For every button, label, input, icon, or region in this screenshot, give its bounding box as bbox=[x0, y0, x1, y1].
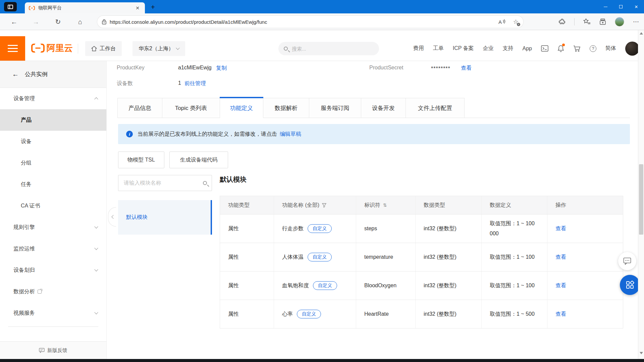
view-link[interactable]: 查看 bbox=[555, 311, 566, 318]
sidebar-item-group[interactable]: 分组 bbox=[0, 152, 106, 174]
aliyun-brand[interactable]: 阿里云 bbox=[31, 42, 73, 54]
view-link[interactable]: 查看 bbox=[555, 225, 566, 232]
external-link-icon bbox=[38, 290, 42, 294]
support-chat-button[interactable] bbox=[618, 252, 636, 270]
back-button[interactable]: ← bbox=[7, 17, 21, 27]
search-icon bbox=[203, 181, 207, 185]
region-selector[interactable]: 华东2（上海） bbox=[132, 41, 185, 56]
nav-tickets[interactable]: 工单 bbox=[433, 45, 444, 52]
module-search-input[interactable] bbox=[123, 180, 203, 186]
tab-data-parsing[interactable]: 数据解析 bbox=[263, 98, 309, 118]
tab-switcher-button[interactable] bbox=[4, 2, 17, 11]
module-item-default[interactable]: 默认模块 bbox=[118, 200, 212, 235]
console-search-input[interactable] bbox=[291, 46, 374, 52]
tab-product-info[interactable]: 产品信息 bbox=[117, 98, 162, 118]
console-header: 阿里云 工作台 华东2（上海） 费用 工单 ICP 备案 企业 支持 App bbox=[0, 36, 644, 61]
maximize-button[interactable] bbox=[613, 0, 629, 13]
nav-billing[interactable]: 费用 bbox=[413, 45, 424, 52]
account-avatar[interactable] bbox=[625, 42, 639, 56]
device-count-label: 设备数 bbox=[117, 80, 133, 87]
main-content: ProductKey a1cMlEwEwjg 复制 ProductSecret … bbox=[107, 61, 638, 359]
sidebar-item-device-management[interactable]: 设备管理 bbox=[0, 88, 106, 109]
scrollbar-thumb[interactable] bbox=[639, 164, 643, 235]
manage-devices-link[interactable]: 前往管理 bbox=[184, 80, 206, 87]
extensions-icon[interactable] bbox=[559, 18, 566, 25]
browser-titlebar: 物联网平台 ✕ + ✕ bbox=[0, 0, 644, 13]
generate-device-code-button[interactable]: 生成设备端代码 bbox=[169, 152, 228, 168]
read-aloud-icon[interactable]: A bbox=[498, 19, 506, 25]
quick-apps-button[interactable] bbox=[620, 275, 640, 295]
cell-data-definition: 取值范围：1 ~ 500 bbox=[482, 300, 547, 328]
feedback-button[interactable]: 新版反馈 bbox=[0, 341, 106, 359]
tab-function-definition[interactable]: 功能定义 bbox=[220, 98, 263, 118]
module-search[interactable] bbox=[118, 175, 212, 191]
detail-tabs: 产品信息 Topic 类列表 功能定义 数据解析 服务端订阅 设备开发 文件上传… bbox=[117, 98, 630, 118]
browser-menu-icon[interactable]: ⋯ bbox=[633, 18, 639, 25]
table-body: 属性 行走步数 自定义 steps int32 (整数型) 取值范围：1 ~ 1… bbox=[220, 215, 623, 328]
tab-topic-list[interactable]: Topic 类列表 bbox=[162, 98, 220, 118]
tab-device-development[interactable]: 设备开发 bbox=[361, 98, 406, 118]
help-icon[interactable]: ? bbox=[590, 45, 596, 52]
sidebar-item-device-assignment[interactable]: 设备划归 bbox=[0, 259, 106, 281]
cloudshell-icon[interactable] bbox=[541, 45, 548, 52]
collapse-panel-handle[interactable] bbox=[108, 207, 116, 227]
home-button[interactable]: ⌂ bbox=[73, 17, 87, 27]
cell-function-name: 心率 自定义 bbox=[274, 300, 356, 328]
cell-function-type: 属性 bbox=[220, 272, 274, 300]
sidebar-item-video-service[interactable]: 视频服务 bbox=[0, 302, 106, 324]
refresh-button[interactable]: ↻ bbox=[51, 17, 65, 27]
address-bar[interactable]: https://iot.console.aliyun.com/product/p… bbox=[97, 16, 523, 28]
table-row: 属性 行走步数 自定义 steps int32 (整数型) 取值范围：1 ~ 1… bbox=[220, 215, 623, 243]
collections-icon[interactable] bbox=[599, 18, 606, 25]
close-button[interactable]: ✕ bbox=[629, 0, 644, 13]
favorites-bar-icon[interactable] bbox=[583, 18, 591, 25]
nav-icp[interactable]: ICP 备案 bbox=[453, 45, 474, 52]
view-link[interactable]: 查看 bbox=[555, 282, 566, 289]
sidebar-item-rules-engine[interactable]: 规则引擎 bbox=[0, 217, 106, 238]
minimize-button[interactable] bbox=[598, 0, 613, 13]
view-link[interactable]: 查看 bbox=[555, 254, 566, 261]
forward-button[interactable]: → bbox=[29, 17, 43, 27]
copy-productkey-link[interactable]: 复制 bbox=[216, 65, 227, 72]
tab-file-upload-config[interactable]: 文件上传配置 bbox=[406, 98, 465, 118]
tab-server-subscription[interactable]: 服务端订阅 bbox=[309, 98, 361, 118]
tsl-model-button[interactable]: 物模型 TSL bbox=[118, 152, 164, 168]
nav-app[interactable]: App bbox=[523, 46, 532, 52]
browser-tab[interactable]: 物联网平台 ✕ bbox=[25, 2, 145, 13]
console-search[interactable] bbox=[278, 42, 379, 55]
cell-function-name: 血氧饱和度 自定义 bbox=[274, 272, 356, 300]
minimize-icon bbox=[604, 7, 607, 7]
url-text[interactable]: https://iot.console.aliyun.com/product/p… bbox=[110, 19, 491, 25]
nav-enterprise[interactable]: 企业 bbox=[483, 45, 494, 52]
hamburger-menu-button[interactable] bbox=[0, 36, 25, 61]
info-icon: i bbox=[126, 131, 133, 137]
workbench-button[interactable]: 工作台 bbox=[85, 41, 122, 56]
tab-close-icon[interactable]: ✕ bbox=[134, 5, 141, 11]
cell-data-type: int32 (整数型) bbox=[416, 272, 482, 300]
sidebar-item-monitoring[interactable]: 监控运维 bbox=[0, 238, 106, 259]
view-secret-link[interactable]: 查看 bbox=[461, 65, 472, 72]
filter-funnel-icon[interactable] bbox=[322, 203, 326, 207]
favorite-star-icon[interactable]: ☆+ bbox=[513, 18, 519, 25]
nav-support[interactable]: 支持 bbox=[503, 45, 514, 52]
header-divider bbox=[78, 44, 78, 54]
notifications-bell-icon[interactable] bbox=[557, 45, 564, 52]
scroll-down-arrow-icon[interactable] bbox=[640, 352, 643, 354]
sidebar-item-device[interactable]: 设备 bbox=[0, 131, 106, 152]
scroll-up-arrow-icon[interactable] bbox=[640, 32, 643, 35]
sidebar-item-task[interactable]: 任务 bbox=[0, 174, 106, 195]
table-row: 属性 血氧饱和度 自定义 BloodOxygen int32 (整数型) 取值范… bbox=[220, 272, 623, 300]
language-selector[interactable]: 简体 bbox=[605, 45, 616, 52]
sidebar-item-data-analytics[interactable]: 数据分析 bbox=[0, 281, 106, 302]
sidebar-item-ca-cert[interactable]: CA 证书 bbox=[0, 195, 106, 217]
bottom-scrollbar[interactable] bbox=[0, 359, 644, 362]
vertical-scrollbar[interactable] bbox=[638, 30, 644, 359]
cart-icon[interactable] bbox=[573, 45, 581, 52]
sidebar-back-instance[interactable]: ← 公共实例 bbox=[0, 61, 106, 88]
new-tab-button[interactable]: + bbox=[148, 3, 158, 12]
browser-profile-avatar[interactable] bbox=[615, 17, 624, 26]
edit-draft-link[interactable]: 编辑草稿 bbox=[280, 131, 301, 138]
sidebar-item-product[interactable]: 产品 bbox=[0, 109, 106, 131]
sort-icon[interactable]: ⇅ bbox=[383, 202, 387, 208]
custom-tag: 自定义 bbox=[297, 310, 321, 318]
